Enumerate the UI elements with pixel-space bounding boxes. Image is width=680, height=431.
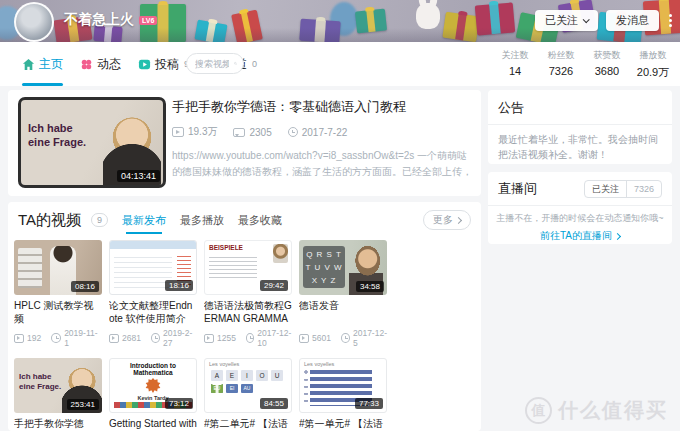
video-title[interactable]: 德语语法极简教程GERMAN GRAMMAR - EXPLAINED <box>204 299 292 325</box>
live-follow-button[interactable]: 已关注 7326 <box>584 180 662 198</box>
video-meta: 5601 2017-12-5 <box>299 328 387 348</box>
video-thumbnail[interactable]: Les voyelles 77:33 <box>299 358 387 413</box>
video-title[interactable]: Getting Started with Mathematica 手把手入门 <box>109 417 197 431</box>
thumbnail-text: Ich habe eine Frage. <box>19 372 63 393</box>
clock-icon <box>51 333 61 343</box>
software-rows-art <box>114 253 172 289</box>
video-search-box[interactable] <box>186 53 244 74</box>
live-room-title: 直播间 <box>498 180 537 198</box>
video-date: 2019-11-1 <box>64 328 102 348</box>
video-card[interactable]: BEISPIELE 29:42 德语语法极简教程GERMAN GRAMMAR -… <box>204 240 292 348</box>
videos-header: TA的视频 9 最新发布 最多播放 最多收藏 更多 <box>8 202 481 238</box>
video-thumbnail[interactable]: Les voyelles A E I O U AI EI AU EU 84: <box>204 358 292 413</box>
video-thumbnail[interactable]: 18:16 <box>109 240 197 295</box>
video-meta: 2681 2019-2-27 <box>109 328 197 348</box>
tab-dynamic[interactable]: 动态 <box>80 42 121 86</box>
video-card[interactable]: Ich habe eine Frage. 253:41 手把手教你学德语：零基础… <box>14 358 102 431</box>
featured-video-card: Ich habe eine Frage. 04:13:41 手把手教你学德语：零… <box>8 90 481 196</box>
featured-title[interactable]: 手把手教你学德语：零基础德语入门教程 <box>172 98 472 116</box>
video-thumbnail[interactable]: 08:16 <box>14 240 102 295</box>
clock-icon <box>288 127 298 137</box>
video-thumbnail[interactable]: BEISPIELE 29:42 <box>204 240 292 295</box>
vowel-cell: I <box>241 370 253 381</box>
clock-icon <box>151 333 160 343</box>
chevron-right-icon <box>455 216 462 223</box>
videos-section-title: TA的视频 <box>18 211 81 230</box>
featured-thumbnail[interactable]: Ich habe eine Frage. 04:13:41 <box>18 97 166 188</box>
live-room-body: 主播不在，开播的时候会在动态通知你哦~ 前往TA的直播间 <box>488 206 672 243</box>
vowel-row: A E I O U <box>211 370 283 381</box>
search-input[interactable] <box>193 58 231 70</box>
sort-most-played[interactable]: 最多播放 <box>180 213 224 228</box>
followed-button[interactable]: 已关注 <box>535 10 598 31</box>
stat-followers[interactable]: 粉丝数 7326 <box>542 49 580 80</box>
smzdm-watermark: 值 什么值得买 <box>525 397 668 424</box>
vowel-cell: U <box>271 370 283 381</box>
stat-value: 7326 <box>542 65 580 77</box>
video-thumbnail[interactable]: Introduction to Mathematica Kevin Tardy … <box>109 358 197 413</box>
play-count-icon <box>299 334 309 343</box>
videos-panel: TA的视频 9 最新发布 最多播放 最多收藏 更多 08:16 HPLC 测试教… <box>8 202 481 431</box>
goto-live-room-link[interactable]: 前往TA的直播间 <box>540 229 620 243</box>
video-title[interactable]: 德语发音 <box>299 299 387 325</box>
submissions-icon <box>138 58 151 71</box>
video-card[interactable]: 18:16 论文文献整理Endnote 软件使用简介 2681 2019-2-2… <box>109 240 197 348</box>
send-message-button[interactable]: 发消息 <box>606 10 659 31</box>
avatar[interactable] <box>14 2 54 42</box>
video-plays: 2681 <box>122 333 141 343</box>
vowel-cell: O <box>256 370 268 381</box>
video-card[interactable]: Les voyelles 77:33 #第一单元# 【法语0基础入门】法语学习L… <box>299 358 387 431</box>
featured-stats: 19.3万 2305 2017-7-22 <box>172 125 472 139</box>
video-card[interactable]: Les voyelles A E I O U AI EI AU EU 84: <box>204 358 292 431</box>
chevron-right-icon <box>614 232 621 239</box>
stat-plays[interactable]: 播放数 20.9万 <box>634 49 672 80</box>
videos-count-badge: 9 <box>91 213 108 227</box>
video-title[interactable]: HPLC 测试教学视频 <box>14 299 102 325</box>
stat-value: 14 <box>496 65 534 77</box>
announcement-body: 最近忙着毕业，非常忙。我会抽时间把法语视频补全。谢谢！ <box>488 125 672 169</box>
play-count-icon <box>14 334 24 343</box>
more-button[interactable]: 更多 <box>423 210 471 230</box>
stat-value: 20.9万 <box>634 65 672 80</box>
video-title[interactable]: #第一单元# 【法语0基础入门】法语学习Learn French <box>299 417 387 431</box>
person-photo <box>273 244 288 263</box>
letter-board: Q R S T T U V W X Y Z <box>303 246 345 288</box>
more-options-icon[interactable] <box>667 12 674 29</box>
featured-date: 2017-7-22 <box>302 127 348 138</box>
video-card[interactable]: 08:16 HPLC 测试教学视频 192 2019-11-1 <box>14 240 102 348</box>
video-title[interactable]: 手把手教你学德语：零基础德语入门教程 <box>14 417 102 431</box>
video-thumbnail[interactable]: Q R S T T U V W X Y Z 34:58 <box>299 240 387 295</box>
stat-following[interactable]: 关注数 14 <box>496 49 534 80</box>
video-thumbnail[interactable]: Ich habe eine Frage. 253:41 <box>14 358 102 413</box>
user-space-page: 不着急上火 LV6 已关注 发消息 主页 动态 投稿 9 <box>0 0 680 431</box>
tab-dynamic-label: 动态 <box>97 56 121 73</box>
sort-most-favorited[interactable]: 最多收藏 <box>238 213 282 228</box>
live-followed-label[interactable]: 已关注 <box>585 181 626 197</box>
tab-submissions-label: 投稿 <box>155 56 179 73</box>
search-icon[interactable] <box>234 58 237 69</box>
video-duration: 84:55 <box>260 398 288 409</box>
slide-text-art <box>209 254 257 280</box>
video-duration: 77:33 <box>355 398 383 409</box>
announcement-title: 公告 <box>488 90 672 125</box>
video-title[interactable]: #第二单元# 【法语0基础入门】法语学习Learn French - <box>204 417 292 431</box>
thumbnail-text: BEISPIELE <box>209 244 243 251</box>
video-meta: 192 2019-11-1 <box>14 328 102 348</box>
tab-submissions[interactable]: 投稿 9 <box>138 42 189 86</box>
announcement-card: 公告 最近忙着毕业，非常忙。我会抽时间把法语视频补全。谢谢！ <box>488 90 672 164</box>
thumbnail-text: Ich habe eine Frage. <box>28 122 90 150</box>
thumbnail-caption: Les voyelles <box>304 361 334 367</box>
software-toolbar-art <box>110 241 196 249</box>
tab-home[interactable]: 主页 <box>22 42 63 86</box>
letters-row: Q R S T <box>306 250 342 259</box>
video-title[interactable]: 论文文献整理Endnote 软件使用简介 <box>109 299 197 325</box>
video-card[interactable]: Q R S T T U V W X Y Z 34:58 德语发音 5601 20… <box>299 240 387 348</box>
vowel-sub-cell: EU <box>211 384 223 393</box>
stat-likes[interactable]: 获赞数 3680 <box>588 49 626 80</box>
letters-row: X Y Z <box>312 276 337 285</box>
video-card[interactable]: Introduction to Mathematica Kevin Tardy … <box>109 358 197 431</box>
sort-newest[interactable]: 最新发布 <box>122 213 166 228</box>
clock-icon <box>246 333 254 343</box>
video-grid: 08:16 HPLC 测试教学视频 192 2019-11-1 18:16 论文… <box>8 238 481 431</box>
live-room-header: 直播间 已关注 7326 <box>488 172 672 206</box>
